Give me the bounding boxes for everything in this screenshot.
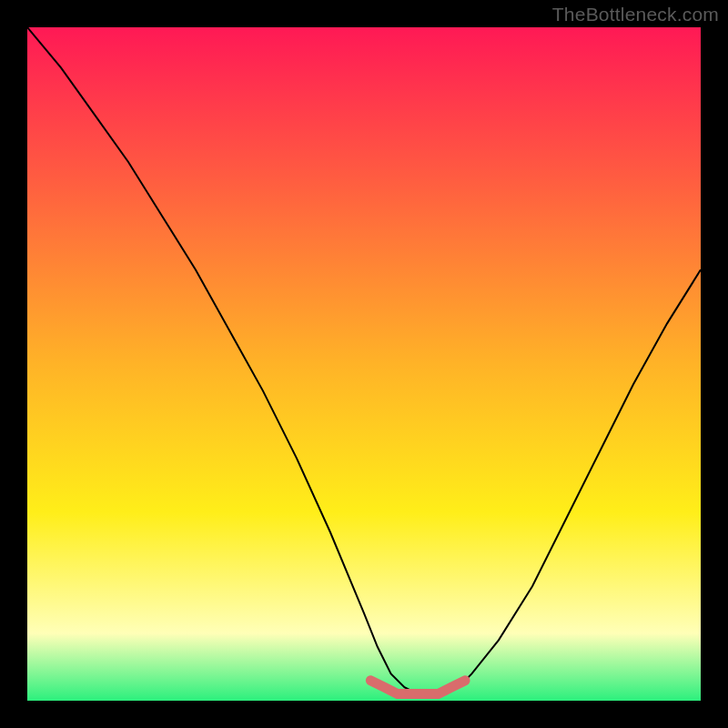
- bottleneck-chart: [27, 27, 701, 701]
- gradient-background: [27, 27, 701, 701]
- plot-area: [27, 27, 701, 701]
- chart-frame: TheBottleneck.com: [0, 0, 728, 728]
- watermark-label: TheBottleneck.com: [552, 4, 719, 25]
